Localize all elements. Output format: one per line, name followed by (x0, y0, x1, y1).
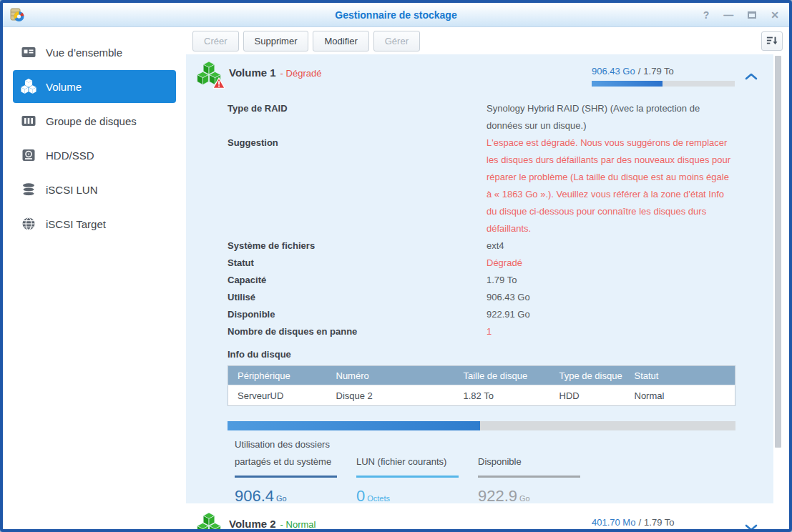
field-capacity: Capacité 1.79 To (228, 272, 735, 289)
storage-manager-app-icon (9, 6, 26, 24)
usage-legend: Utilisation des dossiers partagés et du … (186, 430, 773, 503)
table-header-row: Périphérique Numéro Taille de disque Typ… (228, 366, 735, 385)
field-used: Utilisé 906.43 Go (228, 289, 735, 306)
modify-button[interactable]: Modifier (313, 31, 368, 51)
field-suggestion: Suggestion L'espace est dégradé. Nous vo… (228, 134, 735, 237)
volume1-details: Type de RAID Synology Hybrid RAID (SHR) … (186, 92, 773, 340)
volume2-icon (197, 513, 223, 529)
volume1-total-text: 1.79 To (643, 66, 673, 77)
volume2-used-text: 401.70 Mo (592, 517, 635, 528)
maximize-icon[interactable] (748, 11, 756, 19)
sidebar-item-label: HDD/SSD (46, 149, 94, 162)
sidebar-item-label: Vue d’ensemble (46, 46, 122, 59)
volume1-status: - Dégradé (280, 68, 322, 79)
volume2-total-text: 1.79 To (644, 517, 674, 528)
col-type: Type de disque (550, 366, 625, 385)
col-status: Statut (625, 366, 735, 385)
overview-icon (21, 44, 36, 60)
volume1-icon (197, 61, 223, 92)
legend-available: Disponible 922.9Go (478, 440, 580, 503)
legend-shared-folders: Utilisation des dossiers partagés et du … (235, 440, 337, 503)
storage-manager-window: Gestionnaire de stockage ? — ✕ Vue d’en (0, 0, 792, 532)
volume1-usage-bar (228, 421, 735, 430)
scrollbar-thumb[interactable] (775, 56, 781, 448)
disk-status-value: Normal (625, 385, 735, 406)
sidebar-item-label: Volume (46, 81, 82, 93)
volume1-used-text: 906.43 Go (592, 66, 635, 77)
volume2-expand-button[interactable] (735, 513, 768, 529)
volume-icon (21, 79, 36, 94)
sidebar-item-volume[interactable]: Volume (13, 70, 176, 103)
close-icon[interactable]: ✕ (771, 10, 779, 20)
volume1-collapse-button[interactable] (735, 61, 768, 80)
window-title: Gestionnaire de stockage (3, 9, 789, 21)
col-number: Numéro (327, 366, 454, 385)
sidebar-item-hdd-ssd[interactable]: HDD/SSD (13, 139, 176, 172)
volume1-title: Volume 1 (229, 66, 276, 79)
field-filesystem: Système de fichiers ext4 (228, 237, 735, 255)
volume2-capacity: 401.70 Mo/1.79 To (592, 513, 735, 529)
volume2-panel: Volume 2 - Normal SHR 401.70 Mo/1.79 To (186, 506, 773, 529)
field-failed-disks: Nombre de disques en panne 1 (228, 323, 735, 340)
field-status: Statut Dégradé (228, 255, 735, 272)
collapse-all-icon (766, 35, 778, 46)
col-device: Périphérique (228, 366, 327, 385)
sidebar: Vue d’ensemble Volume (3, 27, 186, 529)
disk-info-title: Info du disque (186, 340, 773, 360)
sidebar-item-iscsi-target[interactable]: iSCSI Target (13, 207, 176, 240)
create-button[interactable]: Créer (192, 31, 239, 51)
field-available: Disponible 922.91 Go (228, 306, 735, 323)
toolbar: Créer Supprimer Modifier Gérer (186, 27, 789, 54)
iscsi-lun-icon (21, 182, 36, 197)
volume1-capacity-bar (592, 81, 735, 87)
legend-lun: LUN (fichier courants) 0Octets (356, 440, 459, 503)
table-row[interactable]: ServeurUD Disque 2 1.82 To HDD Normal (228, 385, 735, 406)
field-raid-type: Type de RAID Synology Hybrid RAID (SHR) … (228, 100, 735, 134)
sidebar-item-label: Groupe de disques (46, 115, 137, 127)
iscsi-target-icon (21, 216, 36, 232)
manage-button[interactable]: Gérer (373, 31, 420, 51)
delete-button[interactable]: Supprimer (243, 31, 309, 51)
hdd-icon (21, 147, 36, 163)
sidebar-item-label: iSCSI Target (46, 218, 106, 230)
collapse-all-button[interactable] (761, 31, 783, 51)
disk-group-icon (21, 113, 36, 129)
volume2-title: Volume 2 (229, 518, 276, 529)
minimize-icon[interactable]: — (723, 10, 733, 20)
warning-icon (212, 77, 225, 92)
chevron-up-icon (745, 73, 758, 80)
disk-info-table: Périphérique Numéro Taille de disque Typ… (228, 365, 735, 406)
sidebar-item-disk-group[interactable]: Groupe de disques (13, 104, 176, 137)
volume2-status: - Normal (280, 519, 316, 529)
chevron-down-icon (745, 524, 758, 529)
col-size: Taille de disque (454, 366, 550, 385)
help-icon[interactable]: ? (703, 10, 710, 20)
sidebar-item-label: iSCSI LUN (46, 184, 98, 196)
sidebar-item-overview[interactable]: Vue d’ensemble (13, 36, 176, 69)
sidebar-item-iscsi-lun[interactable]: iSCSI LUN (13, 173, 176, 206)
volume1-capacity: 906.43 Go/1.79 To (592, 61, 735, 87)
titlebar[interactable]: Gestionnaire de stockage ? — ✕ (3, 3, 789, 27)
volume1-panel: Volume 1 - Dégradé 906.43 Go/1.79 To (186, 54, 773, 503)
scrollbar-track[interactable] (773, 54, 789, 529)
